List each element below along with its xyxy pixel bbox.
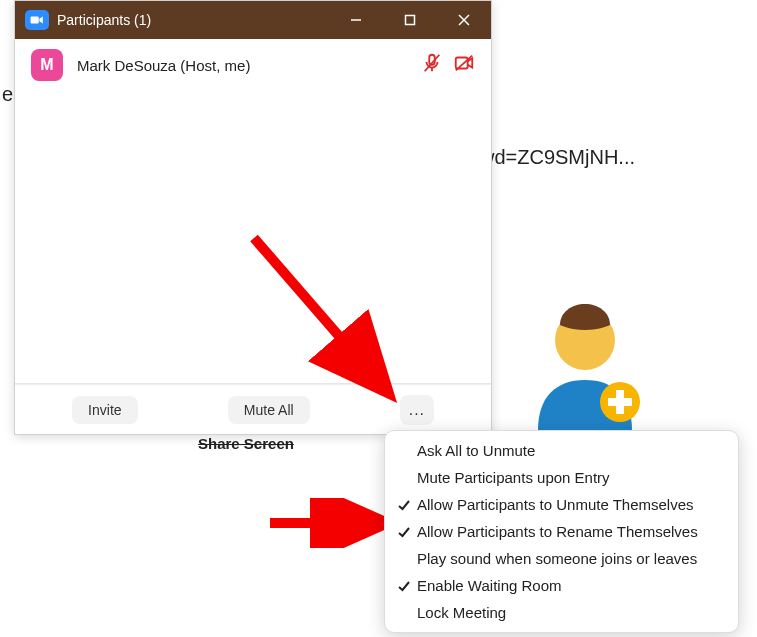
window-title: Participants (1) [57, 12, 329, 28]
avatar: M [31, 49, 63, 81]
menu-item-label: Allow Participants to Unmute Themselves [417, 496, 694, 513]
menu-item-label: Lock Meeting [417, 604, 506, 621]
menu-item[interactable]: Lock Meeting [385, 599, 738, 626]
menu-item-label: Ask All to Unmute [417, 442, 535, 459]
more-options-menu: Ask All to UnmuteMute Participants upon … [384, 430, 739, 633]
video-off-icon [453, 52, 475, 78]
menu-item[interactable]: Play sound when someone joins or leaves [385, 545, 738, 572]
checkmark-icon [395, 525, 413, 539]
svg-rect-6 [406, 16, 415, 25]
menu-item-label: Mute Participants upon Entry [417, 469, 610, 486]
maximize-button[interactable] [383, 1, 437, 39]
svg-rect-3 [608, 398, 632, 406]
menu-item-label: Enable Waiting Room [417, 577, 562, 594]
participant-name: Mark DeSouza (Host, me) [77, 57, 421, 74]
menu-item[interactable]: Ask All to Unmute [385, 437, 738, 464]
menu-item[interactable]: Allow Participants to Rename Themselves [385, 518, 738, 545]
titlebar: Participants (1) [15, 1, 491, 39]
svg-line-14 [254, 238, 384, 388]
window-controls [329, 1, 491, 39]
arrow-annotation-1 [244, 228, 424, 408]
checkmark-icon [395, 579, 413, 593]
minimize-button[interactable] [329, 1, 383, 39]
menu-item-label: Allow Participants to Rename Themselves [417, 523, 698, 540]
menu-item[interactable]: Mute Participants upon Entry [385, 464, 738, 491]
bg-text-e: e [2, 83, 13, 106]
bg-text-pwd: wd=ZC9SMjNH... [480, 146, 635, 169]
zoom-app-icon [25, 10, 49, 30]
bg-text-sharescreen: Share Screen [198, 435, 294, 452]
checkmark-icon [395, 498, 413, 512]
menu-item-label: Play sound when someone joins or leaves [417, 550, 697, 567]
menu-item[interactable]: Allow Participants to Unmute Themselves [385, 491, 738, 518]
participant-row[interactable]: M Mark DeSouza (Host, me) [15, 39, 491, 91]
svg-rect-4 [31, 17, 39, 24]
mic-muted-icon [421, 52, 443, 78]
menu-item[interactable]: Enable Waiting Room [385, 572, 738, 599]
add-user-graphic [530, 290, 640, 430]
close-button[interactable] [437, 1, 491, 39]
svg-rect-12 [456, 58, 468, 69]
invite-button[interactable]: Invite [72, 396, 137, 424]
